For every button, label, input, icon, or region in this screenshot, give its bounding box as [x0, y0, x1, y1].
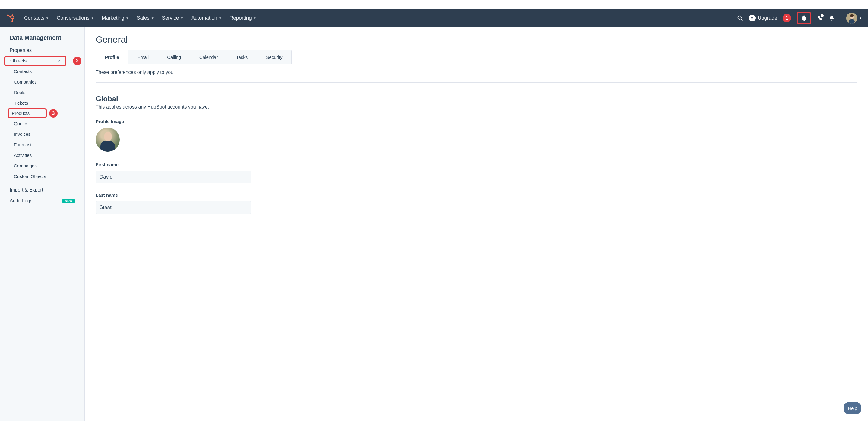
chevron-down-icon: ▼ [219, 17, 222, 20]
sidebar-item-products[interactable]: Products [7, 108, 47, 118]
sidebar-item-label: Campaigns [14, 163, 37, 168]
sidebar-item-campaigns[interactable]: Campaigns [0, 160, 85, 171]
chevron-down-icon: ▼ [151, 17, 154, 20]
nav-label: Reporting [229, 15, 252, 21]
chevron-down-icon: ▼ [126, 17, 129, 20]
sidebar-item-tickets[interactable]: Tickets [0, 98, 85, 108]
notifications-icon[interactable] [829, 15, 835, 22]
sidebar-item-custom-objects[interactable]: Custom Objects [0, 171, 85, 182]
sidebar-item-label: Quotes [14, 121, 28, 126]
preferences-note: These preferences only apply to you. [96, 64, 857, 83]
sidebar-item-companies[interactable]: Companies [0, 76, 85, 87]
tab-label: Calling [167, 55, 181, 60]
nav-label: Automation [191, 15, 217, 21]
nav-reporting[interactable]: Reporting ▼ [229, 15, 256, 21]
help-button[interactable]: Help [843, 402, 861, 414]
content-layout: Data Management Properties Objects 2 Con… [0, 27, 868, 421]
tab-label: Security [266, 55, 282, 60]
settings-button-highlight [797, 12, 811, 25]
svg-rect-10 [849, 19, 855, 24]
tab-calendar[interactable]: Calendar [190, 51, 227, 64]
sidebar-item-quotes[interactable]: Quotes [0, 118, 85, 129]
callout-badge-1: 1 [783, 14, 791, 22]
nav-conversations[interactable]: Conversations ▼ [57, 15, 94, 21]
tab-email[interactable]: Email [128, 51, 158, 64]
top-right-controls: Upgrade 1 [737, 12, 862, 25]
chevron-down-icon: ▼ [91, 17, 94, 20]
user-avatar-icon [846, 13, 857, 24]
nav-label: Sales [136, 15, 150, 21]
last-name-input[interactable] [96, 201, 251, 214]
chevron-down-icon: ▼ [180, 17, 183, 20]
sidebar-item-properties[interactable]: Properties [0, 45, 85, 56]
top-navigation: Contacts ▼ Conversations ▼ Marketing ▼ S… [24, 15, 737, 21]
tab-label: Email [137, 55, 149, 60]
sidebar-item-label: Import & Export [10, 187, 43, 193]
chevron-down-icon [57, 59, 61, 63]
help-label: Help [848, 406, 857, 411]
nav-sales[interactable]: Sales ▼ [136, 15, 154, 21]
gear-icon[interactable] [801, 15, 807, 22]
sidebar-heading: Data Management [0, 34, 85, 45]
sidebar-item-contacts[interactable]: Contacts [0, 66, 85, 76]
sidebar-item-label: Products [12, 111, 30, 116]
nav-automation[interactable]: Automation ▼ [191, 15, 222, 21]
svg-point-4 [7, 15, 8, 16]
sidebar-item-invoices[interactable]: Invoices [0, 129, 85, 139]
tab-security[interactable]: Security [257, 51, 291, 64]
profile-image[interactable] [96, 128, 120, 152]
sidebar-item-label: Forecast [14, 142, 31, 147]
account-menu[interactable]: ▼ [846, 13, 862, 24]
sidebar-item-import-export[interactable]: Import & Export [0, 185, 85, 195]
chevron-down-icon: ▼ [46, 17, 49, 20]
nav-contacts[interactable]: Contacts ▼ [24, 15, 49, 21]
sidebar-item-audit-logs[interactable]: Audit Logs NEW [0, 195, 85, 206]
sidebar-item-products-row: Products 3 [0, 108, 85, 118]
tab-label: Tasks [236, 55, 248, 60]
sidebar-item-label: Audit Logs [10, 198, 33, 203]
sidebar-item-forecast[interactable]: Forecast [0, 139, 85, 150]
first-name-input[interactable] [96, 171, 251, 183]
sidebar-item-label: Tickets [14, 100, 28, 105]
sidebar-item-label: Contacts [14, 69, 32, 74]
tabs-container: Profile Email Calling Calendar Tasks Sec… [96, 50, 857, 64]
hubspot-logo-icon[interactable] [6, 13, 15, 23]
new-badge: NEW [62, 199, 75, 203]
first-name-label: First name [96, 162, 857, 167]
sidebar-item-objects[interactable]: Objects [4, 56, 66, 66]
tab-profile[interactable]: Profile [96, 51, 128, 64]
upgrade-button[interactable]: Upgrade [749, 15, 777, 22]
main-content: General Profile Email Calling Calendar T… [85, 27, 868, 421]
sidebar-item-label: Deals [14, 90, 25, 95]
nav-service[interactable]: Service ▼ [162, 15, 184, 21]
tab-tasks[interactable]: Tasks [227, 51, 257, 64]
sidebar-item-objects-row: Objects 2 [0, 56, 85, 66]
nav-marketing[interactable]: Marketing ▼ [102, 15, 129, 21]
chevron-down-icon: ▼ [859, 17, 862, 20]
chevron-down-icon: ▼ [253, 17, 256, 20]
topbar: Contacts ▼ Conversations ▼ Marketing ▼ S… [0, 9, 868, 27]
tab-calling[interactable]: Calling [158, 51, 190, 64]
sidebar-item-label: Custom Objects [14, 174, 46, 179]
callout-badge-2: 2 [73, 57, 82, 65]
nav-label: Marketing [102, 15, 125, 21]
sidebar-item-activities[interactable]: Activities [0, 150, 85, 160]
page-title: General [96, 34, 857, 45]
phone-icon[interactable] [816, 15, 823, 22]
tab-label: Profile [105, 55, 119, 60]
nav-label: Conversations [57, 15, 90, 21]
sidebar-item-label: Objects [10, 58, 27, 64]
profile-image-label: Profile Image [96, 119, 857, 124]
nav-label: Service [162, 15, 179, 21]
sidebar-item-deals[interactable]: Deals [0, 87, 85, 98]
upgrade-label: Upgrade [757, 15, 777, 21]
svg-point-5 [12, 21, 13, 22]
sidebar-item-label: Invoices [14, 131, 30, 137]
upgrade-arrow-icon [749, 15, 755, 22]
nav-label: Contacts [24, 15, 44, 21]
search-icon[interactable] [737, 15, 743, 22]
svg-line-7 [741, 19, 742, 21]
phone-status-dot-icon [820, 13, 824, 18]
tabs: Profile Email Calling Calendar Tasks Sec… [96, 50, 292, 64]
sidebar-item-label: Properties [10, 47, 32, 53]
